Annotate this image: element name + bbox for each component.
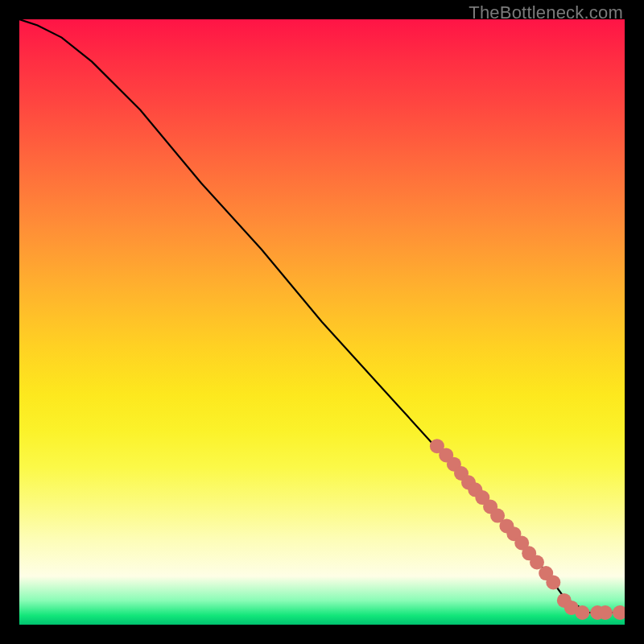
data-marker xyxy=(575,605,589,620)
data-marker xyxy=(613,605,625,620)
marker-group xyxy=(430,439,625,620)
chart-frame: TheBottleneck.com xyxy=(0,0,644,644)
data-marker xyxy=(598,605,613,620)
chart-svg xyxy=(19,19,625,625)
data-marker xyxy=(546,575,560,589)
bottleneck-curve xyxy=(19,19,625,613)
plot-area xyxy=(19,19,625,625)
